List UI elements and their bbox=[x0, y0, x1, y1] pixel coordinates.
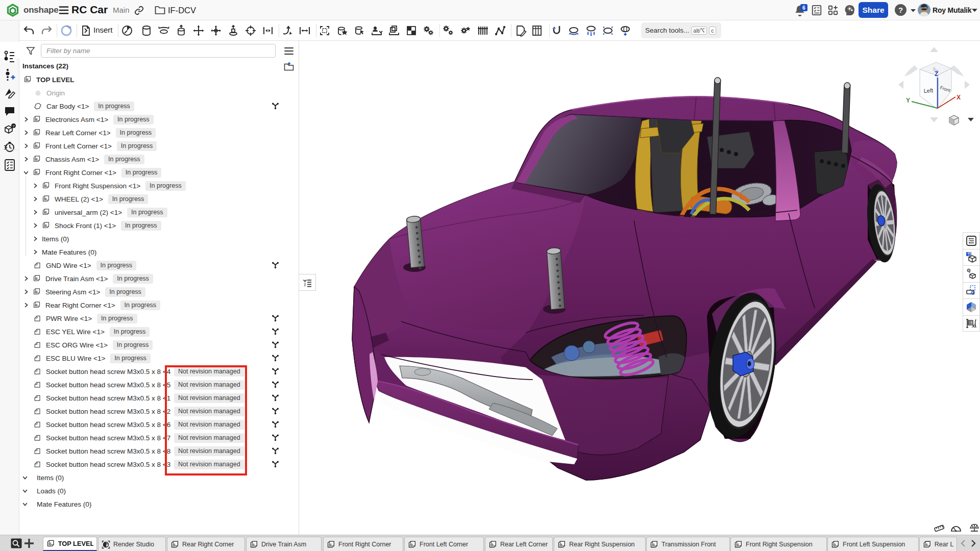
svg-text:Y: Y bbox=[906, 97, 910, 104]
svg-text:Z: Z bbox=[935, 70, 938, 78]
svg-text:?: ? bbox=[12, 124, 15, 129]
svg-text:X: X bbox=[957, 94, 961, 101]
svg-text:Left: Left bbox=[923, 87, 933, 94]
svg-text:6: 6 bbox=[802, 5, 805, 11]
